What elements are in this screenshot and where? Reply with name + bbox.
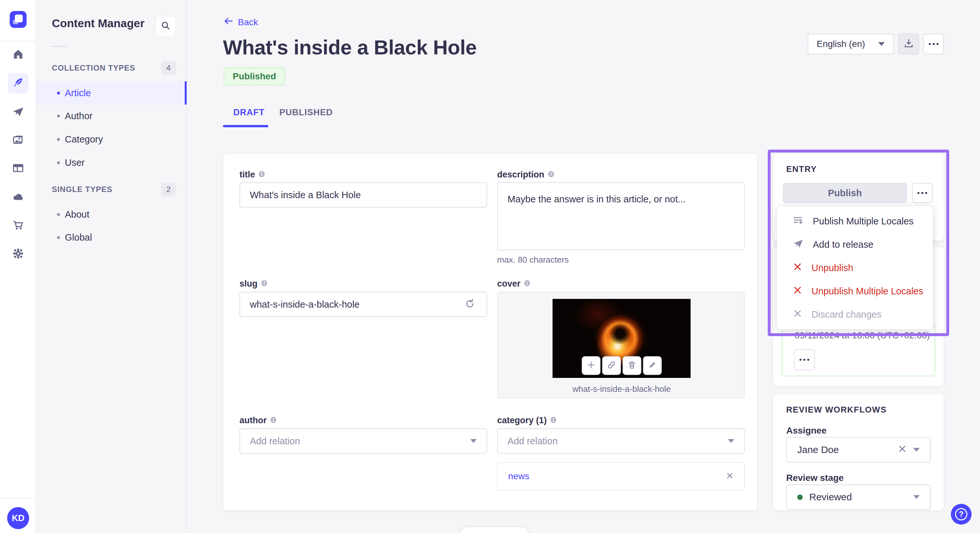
- globe-icon: [548, 170, 555, 180]
- nav-deploy-cloud[interactable]: [8, 187, 29, 208]
- description-field-label: description: [497, 170, 555, 180]
- select-placeholder: Add relation: [508, 436, 558, 447]
- title-input[interactable]: [240, 182, 487, 208]
- field-label-text: slug: [240, 279, 258, 289]
- nav-releases[interactable]: [8, 102, 29, 123]
- title-field-label: title: [240, 170, 265, 180]
- section-collection-types: COLLECTION TYPES: [52, 63, 135, 73]
- slug-field-label: slug: [240, 279, 268, 289]
- release-more-button[interactable]: [794, 349, 815, 370]
- tab-published[interactable]: PUBLISHED: [279, 108, 333, 117]
- cover-delete-button[interactable]: [622, 356, 641, 375]
- more-icon: [918, 192, 927, 194]
- header-more-button[interactable]: [923, 34, 944, 54]
- sidebar-item-label: User: [65, 157, 84, 168]
- question-icon: ?: [955, 508, 967, 520]
- locale-select[interactable]: English (en): [808, 34, 894, 54]
- cover-field: what-s-inside-a-black-hole: [497, 292, 745, 399]
- menu-item-unpublish-multiple-locales[interactable]: Unpublish Multiple Locales: [777, 279, 933, 303]
- field-label-text: author: [240, 416, 267, 425]
- sidebar-item-label: Global: [65, 232, 92, 243]
- sidebar-item-global[interactable]: Global: [36, 226, 187, 249]
- globe-icon: [258, 170, 265, 180]
- sidebar-item-category[interactable]: Category: [36, 128, 187, 151]
- media-library-icon: [12, 134, 24, 148]
- strapi-logo[interactable]: [10, 11, 27, 28]
- field-label-text: description: [497, 170, 544, 180]
- more-icon: [929, 43, 939, 45]
- arrow-left-icon: [224, 16, 233, 28]
- assignee-select[interactable]: Jane Doe: [786, 437, 931, 462]
- clear-assignee-button[interactable]: [898, 444, 907, 455]
- regenerate-slug-button[interactable]: [465, 298, 476, 311]
- cover-copy-link-button[interactable]: [602, 356, 621, 375]
- sidebar-item-article[interactable]: Article: [36, 81, 187, 105]
- remove-relation-button[interactable]: [726, 472, 734, 481]
- field-label-text: cover: [497, 279, 520, 289]
- sidebar-item-author[interactable]: Author: [36, 104, 187, 128]
- nav-settings[interactable]: [8, 244, 29, 265]
- cover-edit-button[interactable]: [643, 356, 662, 375]
- menu-item-unpublish[interactable]: Unpublish: [777, 256, 933, 279]
- user-avatar[interactable]: KD: [7, 507, 29, 529]
- cover-add-button[interactable]: [582, 356, 600, 375]
- menu-item-label: Publish Multiple Locales: [813, 216, 913, 227]
- cover-actions: [582, 356, 662, 375]
- marketplace-cart-icon: [12, 219, 24, 233]
- tab-draft[interactable]: DRAFT: [233, 108, 264, 117]
- list-plus-icon: [793, 215, 804, 228]
- content-manager-sidebar: Content Manager COLLECTION TYPES 4 Artic…: [36, 0, 187, 533]
- menu-item-discard-changes[interactable]: Discard changes: [777, 303, 933, 326]
- relation-link-news[interactable]: news: [508, 471, 529, 482]
- nav-home[interactable]: [8, 45, 29, 65]
- category-field-label: category (1): [497, 416, 557, 425]
- publish-button[interactable]: Publish: [783, 183, 907, 203]
- nav-marketplace[interactable]: [8, 215, 29, 236]
- nav-rail: KD: [0, 0, 36, 533]
- export-button[interactable]: [898, 34, 919, 54]
- page-title: What's inside a Black Hole: [223, 36, 477, 59]
- review-stage-select[interactable]: Reviewed: [786, 484, 931, 510]
- logo-fold: [13, 20, 18, 24]
- sidebar-item-about[interactable]: About: [36, 203, 187, 226]
- content-manager-feather-icon: [12, 76, 24, 90]
- nav-media-library[interactable]: [8, 130, 29, 151]
- nav-content-manager[interactable]: [8, 73, 29, 94]
- bullet-icon: [57, 236, 60, 239]
- sidebar-title: Content Manager: [52, 17, 145, 30]
- home-icon: [12, 48, 24, 62]
- divider: [0, 498, 36, 498]
- bullet-icon: [57, 161, 60, 164]
- entry-more-button[interactable]: [912, 183, 933, 203]
- chevron-down-icon: [913, 495, 920, 499]
- back-link[interactable]: Back: [224, 16, 258, 28]
- send-plane-icon: [12, 106, 24, 119]
- globe-icon: [270, 416, 277, 425]
- active-tab-indicator: [223, 125, 268, 127]
- slug-input[interactable]: [240, 292, 487, 317]
- menu-item-add-to-release[interactable]: Add to release: [777, 233, 933, 256]
- review-stage-label: Review stage: [786, 473, 843, 483]
- chevron-down-icon: [728, 439, 734, 443]
- category-relation-item: news: [497, 462, 745, 490]
- single-types-count-badge: 2: [161, 182, 176, 196]
- trash-icon: [627, 360, 636, 371]
- description-textarea[interactable]: Maybe the answer is in this article, or …: [497, 182, 745, 250]
- cross-icon: [793, 262, 802, 274]
- cover-field-label: cover: [497, 279, 530, 289]
- help-button[interactable]: ?: [951, 504, 972, 525]
- sidebar-item-user[interactable]: User: [36, 151, 187, 174]
- category-relation-select[interactable]: Add relation: [497, 428, 745, 454]
- send-plane-icon: [793, 238, 804, 251]
- menu-item-publish-multiple-locales[interactable]: Publish Multiple Locales: [777, 209, 933, 233]
- sidebar-item-label: Article: [65, 88, 91, 98]
- more-icon: [800, 359, 809, 361]
- author-relation-select[interactable]: Add relation: [240, 428, 487, 454]
- bullet-icon: [57, 138, 60, 141]
- field-label-text: category (1): [497, 416, 547, 425]
- menu-item-label: Unpublish Multiple Locales: [811, 286, 923, 297]
- chevron-down-icon: [878, 42, 885, 46]
- menu-item-label: Add to release: [813, 239, 873, 250]
- search-button[interactable]: [156, 16, 176, 36]
- nav-content-type-builder[interactable]: [8, 159, 29, 179]
